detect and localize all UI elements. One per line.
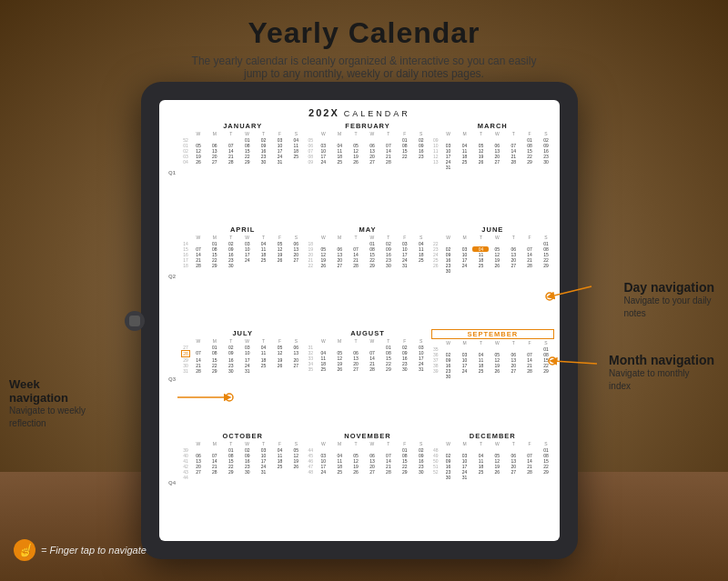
february-grid: 050102 0603040506070809 0710111213141516… (306, 137, 429, 165)
february-headers: WMTWTFS (306, 131, 429, 136)
september-grid: 3501 3602030405060708 3709101112131415 3… (431, 346, 554, 379)
q1-label: Q1 (165, 122, 179, 224)
march-name: MARCH (431, 122, 554, 130)
november-block: NOVEMBER WMTWTFS 440102 4503040506070809… (306, 432, 429, 534)
may-grid: 1801020304 1905060708091011 201213141516… (306, 241, 429, 268)
august-name: AUGUST (306, 329, 429, 337)
finger-tip-note: ☝ = Finger tap to navigate (14, 539, 147, 561)
week-nav-subtitle: Navigate to weeklyreflection (9, 405, 86, 430)
month-nav-subtitle: Navigate to monthlyindex (609, 367, 714, 393)
october-grid: 390102030405 4006070809101112 4113141516… (181, 447, 304, 480)
may-headers: WMTWTFS (306, 235, 429, 240)
page-subtitle: The yearly calendar is cleanly organized… (0, 55, 728, 80)
june-grid: 2201 2302030405060708 2409101112131415 2… (431, 241, 554, 274)
tablet-device: 202X CALENDAR Q1 JANUARY WMTWTFSS 520102… (141, 82, 578, 559)
week-navigation-annotation: Weeknavigation Navigate to weeklyreflect… (9, 377, 86, 430)
day-nav-title: Day navigation (623, 280, 714, 295)
february-block: FEBRUARY WMTWTFS 050102 0603040506070809… (306, 122, 429, 224)
june-headers: WMTWTFS (431, 235, 554, 240)
day-navigation-annotation: Day navigation Navigate to your dailynot… (623, 280, 714, 320)
day-nav-subtitle: Navigate to your dailynotes (623, 295, 714, 320)
september-name: SEPTEMBER (431, 329, 554, 339)
september-headers: WMTWTFS (431, 340, 554, 346)
november-headers: WMTWTFS (306, 441, 429, 446)
january-name: JANUARY (181, 122, 304, 130)
august-block: AUGUST WMTWTFS 31010203 3204050607080910… (306, 329, 429, 431)
november-grid: 440102 4503040506070809 4610111213141516… (306, 447, 429, 475)
october-block: OCTOBER WMTWTFS 390102030405 40060708091… (181, 432, 304, 534)
july-headers: WMTWTFS (181, 338, 304, 344)
march-block: MARCH WMTWTFS 090102 1003040506070809 11… (431, 122, 554, 224)
home-button-inner (129, 316, 140, 326)
february-name: FEBRUARY (306, 122, 429, 130)
december-block: DECEMBER WMTWTFS 4801 4902030405060708 5… (431, 432, 554, 534)
june-block: JUNE WMTWTFS 2201 2302030405060708 24091… (431, 225, 554, 327)
april-headers: WMTWTFS (181, 235, 304, 240)
april-block: APRIL WMTWTFS 14010203040506 15070809101… (181, 225, 304, 327)
june-name: JUNE (431, 225, 554, 234)
december-name: DECEMBER (431, 432, 554, 440)
august-headers: WMTWTFS (306, 338, 429, 344)
april-grid: 14010203040506 1507080910111213 16141516… (181, 241, 304, 268)
month-nav-title: Month navigation (609, 353, 714, 367)
may-name: MAY (306, 225, 429, 234)
august-grid: 31010203 3204050607080910 33111213141516… (306, 345, 429, 372)
page-title: Yearly Calendar (0, 16, 728, 50)
january-grid: 5201020304 0105060708091011 021213141516… (181, 137, 304, 165)
q4-label: Q4 (165, 432, 179, 534)
month-navigation-annotation: Month navigation Navigate to monthlyinde… (609, 353, 714, 393)
january-headers: WMTWTFSS (181, 131, 304, 136)
march-headers: WMTWTFS (431, 131, 554, 136)
october-headers: WMTWTFS (181, 441, 304, 446)
week-nav-title: Weeknavigation (9, 377, 86, 405)
december-grid: 4801 4902030405060708 5009101112131415 5… (431, 447, 554, 480)
july-name: JULY (181, 329, 304, 337)
q2-label: Q2 (165, 225, 179, 327)
april-name: APRIL (181, 225, 304, 234)
january-block: JANUARY WMTWTFSS 5201020304 010506070809… (181, 122, 304, 224)
q3-label: Q3 (165, 329, 179, 431)
finger-tip-label: = Finger tap to navigate (41, 545, 147, 556)
calendar-header: 202X CALENDAR (165, 107, 554, 118)
march-grid: 090102 1003040506070809 1110111213141516… (431, 137, 554, 170)
tablet-home-button[interactable] (125, 311, 145, 331)
july-grid: 27010203040506 2807080910111213 29141516… (181, 345, 304, 374)
july-block: JULY WMTWTFS 27010203040506 280708091011… (181, 329, 304, 431)
december-headers: WMTWTFS (431, 441, 554, 446)
finger-icon: ☝ (14, 539, 35, 561)
october-name: OCTOBER (181, 432, 304, 440)
november-name: NOVEMBER (306, 432, 429, 440)
may-block: MAY WMTWTFS 1801020304 1905060708091011 … (306, 225, 429, 327)
september-block: SEPTEMBER WMTWTFS 3501 3602030405060708 … (431, 329, 554, 431)
tablet-screen: 202X CALENDAR Q1 JANUARY WMTWTFSS 520102… (159, 100, 560, 541)
